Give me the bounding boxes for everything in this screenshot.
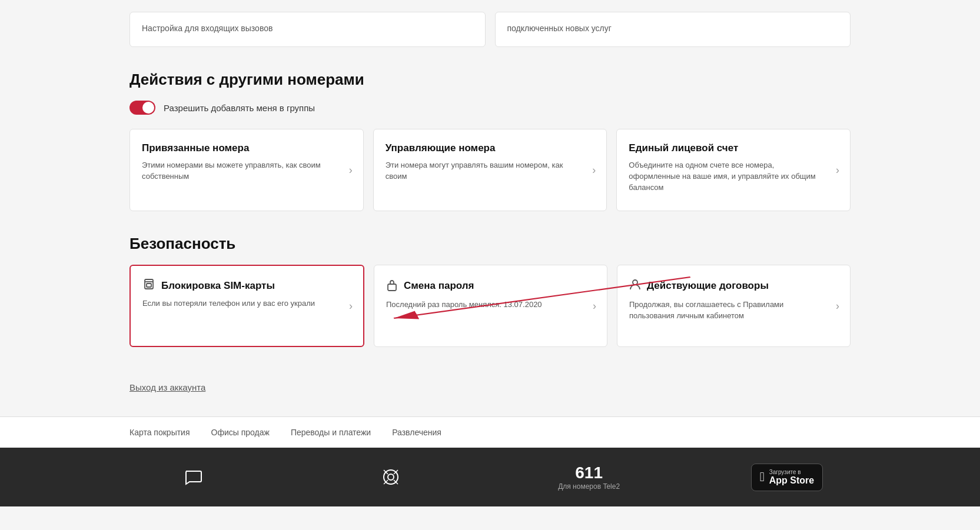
footer-nav-transfers[interactable]: Переводы и платежи — [291, 428, 371, 437]
new-services-text: подключенных новых услуг — [507, 24, 612, 33]
linked-numbers-arrow: › — [349, 164, 353, 176]
unified-account-title: Единый лицевой счет — [629, 142, 838, 154]
sim-block-arrow: › — [349, 300, 353, 312]
change-password-desc: Последний раз пароль менялся: 13.07.2020 — [386, 299, 595, 311]
person-icon — [629, 278, 641, 294]
logout-section: Выход из аккаунта — [129, 371, 851, 416]
phone-number: 611 — [575, 464, 603, 482]
unified-account-desc: Объедините на одном счете все номера, оф… — [629, 160, 838, 194]
group-toggle[interactable] — [129, 101, 155, 115]
actions-cards-grid: Привязанные номера Этими номерами вы мож… — [129, 129, 851, 211]
sim-block-title: Блокировка SIM-карты — [161, 280, 289, 292]
appstore-download-label: Загрузите в — [769, 469, 814, 475]
linked-numbers-title: Привязанные номера — [142, 142, 351, 154]
svg-point-5 — [633, 280, 637, 285]
apple-icon:  — [760, 469, 765, 485]
logout-link[interactable]: Выход из аккаунта — [129, 382, 205, 392]
active-contracts-arrow: › — [836, 300, 839, 312]
active-contracts-desc: Продолжая, вы соглашаетесь с Правилами п… — [629, 299, 838, 322]
svg-rect-3 — [147, 284, 151, 287]
change-password-arrow: › — [593, 300, 596, 312]
appstore-section[interactable]:  Загрузите в App Store — [688, 464, 886, 491]
svg-rect-4 — [388, 284, 396, 291]
footer-nav: Карта покрытия Офисы продаж Переводы и п… — [0, 416, 980, 448]
support-section[interactable] — [292, 466, 490, 488]
linked-numbers-card[interactable]: Привязанные номера Этими номерами вы мож… — [129, 129, 364, 211]
new-services-card[interactable]: подключенных новых услуг — [495, 12, 851, 47]
chat-icon — [182, 466, 204, 488]
unified-account-card[interactable]: Единый лицевой счет Объедините на одном … — [616, 129, 851, 211]
active-contracts-title: Действующие договоры — [647, 280, 783, 292]
footer-nav-offices[interactable]: Офисы продаж — [211, 428, 270, 437]
appstore-text: Загрузите в App Store — [769, 469, 814, 486]
footer-nav-coverage[interactable]: Карта покрытия — [129, 428, 190, 437]
change-password-title: Смена пароля — [404, 280, 489, 292]
sim-block-card[interactable]: Блокировка SIM-карты Если вы потеряли те… — [129, 265, 364, 347]
phone-subtitle: Для номеров Tele2 — [558, 482, 620, 491]
lock-icon — [386, 278, 398, 294]
managing-numbers-card[interactable]: Управляющие номера Эти номера могут упра… — [373, 129, 607, 211]
actions-section: Действия с другими номерами Разрешить до… — [129, 71, 851, 211]
sim-block-desc: Если вы потеряли телефон или у вас его у… — [142, 298, 351, 309]
phone-number-section: 611 Для номеров Tele2 — [490, 464, 688, 491]
active-contracts-card[interactable]: Действующие договоры Продолжая, вы согла… — [617, 265, 851, 347]
sim-icon — [142, 279, 155, 292]
toggle-label: Разрешить добавлять меня в группы — [164, 103, 315, 113]
change-password-card[interactable]: Смена пароля Последний раз пароль менялс… — [374, 265, 607, 347]
chat-section[interactable] — [94, 466, 292, 488]
support-icon — [380, 466, 401, 488]
svg-point-7 — [388, 474, 394, 480]
incoming-calls-text: Настройка для входящих вызовов — [142, 24, 273, 33]
managing-numbers-arrow: › — [592, 164, 596, 176]
toggle-row: Разрешить добавлять меня в группы — [129, 101, 851, 115]
main-content: Настройка для входящих вызовов подключен… — [0, 0, 980, 416]
incoming-calls-card[interactable]: Настройка для входящих вызовов — [129, 12, 486, 47]
appstore-name-label: App Store — [769, 475, 814, 486]
linked-numbers-desc: Этими номерами вы можете управлять, как … — [142, 160, 351, 182]
security-section-title: Безопасность — [129, 235, 851, 253]
bottom-bar: 611 Для номеров Tele2  Загрузите в App … — [0, 448, 980, 506]
top-cards-row: Настройка для входящих вызовов подключен… — [129, 12, 851, 47]
security-section: Безопасность — [129, 235, 851, 347]
security-cards-grid: Блокировка SIM-карты Если вы потеряли те… — [129, 265, 851, 347]
managing-numbers-title: Управляющие номера — [386, 142, 595, 154]
actions-section-title: Действия с другими номерами — [129, 71, 851, 89]
appstore-button[interactable]:  Загрузите в App Store — [751, 464, 823, 491]
unified-account-arrow: › — [836, 164, 839, 176]
footer-nav-entertainment[interactable]: Развлечения — [392, 428, 441, 437]
managing-numbers-desc: Эти номера могут управлять вашим номером… — [386, 160, 595, 182]
